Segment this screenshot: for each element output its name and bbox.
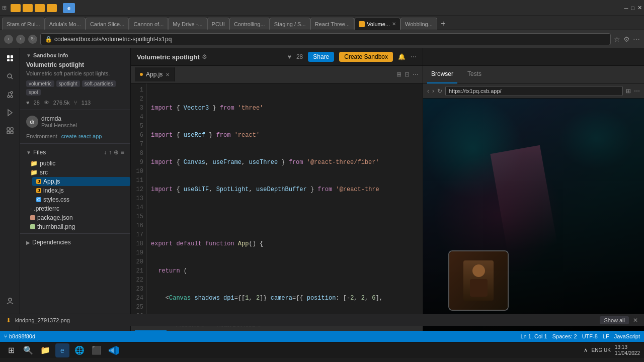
browser-tab-9[interactable]: React Three... [310, 18, 355, 30]
preview-forward-icon[interactable]: › [432, 87, 434, 95]
file-explorer-icon[interactable]: 📁 [38, 343, 52, 357]
svg-rect-1 [11, 55, 13, 58]
terminal-icon[interactable]: ⬛ [90, 343, 104, 357]
editor-toolbar-right: ⊞ ⊡ ⋯ [396, 71, 419, 78]
editor-tab-close-icon[interactable]: ✕ [166, 72, 170, 77]
activity-extensions[interactable] [4, 125, 16, 137]
editor-tab-appjs[interactable]: App.js ✕ [135, 67, 175, 81]
activity-account[interactable] [4, 295, 16, 307]
file-app-js[interactable]: J App.js [32, 177, 130, 186]
new-tab-button[interactable]: + [437, 18, 449, 30]
preview-open-icon[interactable]: ⊞ [626, 87, 631, 95]
preview-tab-browser[interactable]: Browser [427, 66, 457, 83]
files-header[interactable]: ▼ Files ↓ ↑ ⊕ ≡ [20, 146, 130, 159]
more-icon[interactable]: ⋯ [411, 53, 417, 60]
browser-tab-5[interactable]: My Drive -... [168, 18, 207, 30]
svg-point-6 [8, 96, 10, 98]
browser-tab-4[interactable]: Cannon of... [129, 18, 168, 30]
file-styles-css[interactable]: C styles.css [32, 195, 130, 204]
files-actions: ↓ ↑ ⊕ ≡ [104, 149, 124, 156]
activity-files[interactable] [4, 52, 16, 64]
git-branch-status[interactable]: ⑂ b8d98f80d [4, 333, 35, 339]
files-chevron: ▼ [26, 150, 31, 155]
star-icon[interactable]: ☆ [614, 35, 620, 43]
project-stats: ♥ 28 👁 276.5k ⑂ 113 [20, 99, 130, 108]
browser-tab-3[interactable]: Carian Slice... [86, 18, 129, 30]
view-toggle-icon[interactable]: ⊡ [405, 71, 410, 78]
new-folder-button[interactable]: ↑ [109, 149, 112, 156]
window-maximize[interactable]: □ [631, 5, 634, 11]
dependencies-header[interactable]: ▶ Dependencies [20, 236, 130, 249]
file-index-js[interactable]: J index.js [32, 186, 130, 195]
js-file-icon-2: J [36, 188, 41, 193]
split-editor-icon[interactable]: ⊞ [396, 71, 401, 78]
ln-col-status[interactable]: Ln 1, Col 1 [521, 333, 547, 339]
window-minimize[interactable]: ─ [624, 5, 628, 11]
editor-more-icon[interactable]: ⋯ [413, 71, 419, 78]
taskbar-app-edge[interactable]: e [63, 3, 75, 13]
show-all-button[interactable]: Show all [600, 316, 629, 324]
search-taskbar-icon[interactable]: 🔍 [21, 343, 35, 357]
refresh-button[interactable]: ↻ [28, 35, 37, 44]
activity-git[interactable] [4, 88, 16, 101]
eol-status[interactable]: LF [603, 333, 609, 339]
preview-url-input[interactable] [445, 86, 623, 96]
editor-tab-bar: App.js ✕ ⊞ ⊡ ⋯ [131, 66, 423, 83]
menu-icon[interactable]: ⋯ [633, 35, 640, 43]
deps-label: Dependencies [32, 239, 71, 246]
upload-button[interactable]: ⊕ [114, 149, 119, 156]
js-file-icon: J [36, 179, 41, 184]
folder-icon-3[interactable] [35, 4, 45, 12]
code-content[interactable]: import { Vector3 } from 'three' import {… [147, 83, 423, 317]
start-menu-icon[interactable]: ⊞ [4, 343, 18, 357]
file-src[interactable]: 📁 src [26, 168, 130, 177]
browser-tab-1[interactable]: Stars of Rui... [2, 18, 45, 30]
json-file-icon [30, 215, 35, 220]
browser-tab-11[interactable]: Wobbling... [400, 18, 437, 30]
notification-close-icon[interactable]: ✕ [633, 317, 638, 324]
file-public[interactable]: 📁 public [26, 159, 130, 168]
encoding-status[interactable]: UTF-8 [582, 333, 598, 339]
browser-tab-7[interactable]: Controlling... [229, 18, 270, 30]
activity-debug[interactable] [4, 107, 16, 119]
folder-icon-2[interactable] [23, 4, 33, 12]
sandbox-info-header[interactable]: ▼ Sandbox Info [20, 48, 130, 60]
deps-chevron: ▶ [26, 240, 30, 245]
collapse-button[interactable]: ≡ [121, 149, 124, 156]
create-sandbox-button[interactable]: Create Sandbox [339, 52, 393, 62]
png-file-icon [30, 224, 35, 229]
window-close[interactable]: ✕ [637, 5, 642, 11]
edge-browser-icon[interactable]: e [55, 343, 69, 357]
code-editor[interactable]: 1 2 3 4 5 6 7 8 9 10 11 12 13 14 15 16 1… [131, 83, 423, 317]
address-bar[interactable]: 🔒 codesandbox.io/s/volumetric-spotlight-… [40, 33, 611, 45]
vscode-icon[interactable] [107, 343, 121, 357]
preview-menu-icon[interactable]: ⋯ [634, 87, 640, 95]
browser-tab-8[interactable]: Staging / S... [270, 18, 310, 30]
preview-refresh-icon[interactable]: ↻ [437, 87, 442, 95]
file-package-json[interactable]: package.json [26, 213, 130, 222]
spaces-status[interactable]: Spaces: 2 [552, 333, 577, 339]
preview-back-icon[interactable]: ‹ [427, 87, 429, 95]
share-button[interactable]: Share [308, 52, 334, 62]
folder-icon-4[interactable] [47, 4, 57, 12]
browser-tab-2[interactable]: Adula's Mo... [45, 18, 86, 30]
bell-icon[interactable]: 🔔 [398, 53, 406, 60]
file-prettierrc[interactable]: · .prettierrc [26, 204, 130, 213]
chrome-icon[interactable]: 🌐 [72, 343, 87, 357]
back-button[interactable]: ‹ [4, 35, 13, 44]
activity-search[interactable] [4, 70, 16, 82]
browser-tab-10-active[interactable]: Volume... ✕ [354, 18, 400, 30]
csb-title: Volumetric spotlight [137, 53, 200, 61]
browser-tab-6[interactable]: PCUI [207, 18, 229, 30]
tab-icon-codesandbox [359, 21, 365, 27]
settings-icon[interactable]: ⚙ [623, 35, 630, 43]
forward-button[interactable]: › [16, 35, 25, 44]
preview-tab-tests[interactable]: Tests [463, 66, 486, 83]
file-thumbnail[interactable]: thumbnail.png [26, 222, 130, 231]
new-file-button[interactable]: ↓ [104, 149, 107, 156]
language-status[interactable]: JavaScript [614, 333, 640, 339]
folder-icon-1[interactable] [11, 4, 21, 12]
tag-spot: spot [26, 89, 41, 96]
tab-close-icon[interactable]: ✕ [392, 21, 396, 27]
heart-icon[interactable]: ♥ [288, 53, 291, 60]
